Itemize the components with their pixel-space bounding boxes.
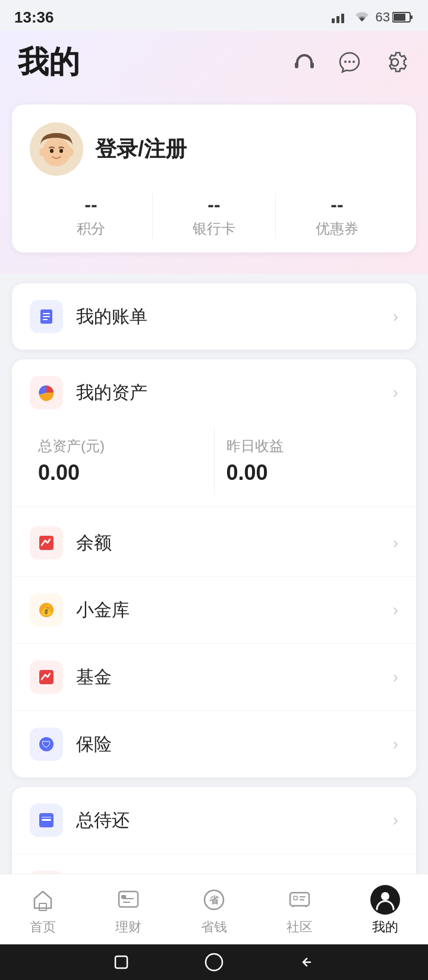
svg-point-14 [68,148,74,156]
login-register-button[interactable]: 登录/注册 [95,135,187,164]
save-label: 省钱 [201,918,227,936]
nav-profile[interactable]: 我的 [342,874,428,944]
avatar[interactable] [30,122,83,176]
profile-top: 登录/注册 [30,122,398,176]
stat-points[interactable]: -- 积分 [30,194,152,238]
yesterday-profit-value: 0.00 [226,460,391,485]
asset-section: 我的资产 › 总资产(元) 0.00 昨日收益 0.00 余额 › [12,359,416,777]
home-label: 首页 [30,918,56,936]
points-value: -- [84,194,97,216]
asset-header[interactable]: 我的资产 › [12,359,416,421]
svg-rect-51 [115,956,127,968]
home-icon [28,885,58,915]
yesterday-profit-label: 昨日收益 [226,437,391,456]
profile-label: 我的 [372,918,398,936]
chat-button[interactable] [334,47,365,78]
svg-rect-20 [43,319,48,320]
signal-icon [332,11,348,23]
svg-point-8 [344,61,347,63]
repay-menu-item[interactable]: 总待还 › [12,787,416,853]
nav-save[interactable]: 省 省钱 [171,874,257,944]
svg-text:💰: 💰 [40,605,52,616]
header-actions [289,47,410,78]
insurance-menu-item[interactable]: 🛡 保险 › [12,710,416,777]
bottom-nav: 首页 理财 省 省钱 [0,874,428,944]
vault-label: 小金库 [76,598,393,622]
svg-point-10 [353,61,355,63]
android-nav-bar [0,944,428,980]
fund-menu-item[interactable]: 基金 › [12,643,416,710]
repay-label: 总待还 [76,808,393,833]
balance-arrow: › [393,533,398,552]
svg-point-12 [42,138,71,166]
svg-point-16 [59,149,63,153]
svg-rect-25 [39,670,54,684]
fund-arrow: › [393,668,398,687]
settings-button[interactable] [379,47,410,78]
android-back-btn[interactable] [296,951,317,973]
profile-card[interactable]: 登录/注册 -- 积分 -- 银行卡 -- 优惠券 [12,105,416,252]
profile-stats: -- 积分 -- 银行卡 -- 优惠券 [30,194,398,238]
vault-arrow: › [393,600,398,619]
battery-display: 63 [376,10,414,25]
time-display: 13:36 [14,8,54,27]
svg-point-52 [206,954,222,970]
svg-point-13 [39,148,45,156]
android-circle-btn[interactable] [203,951,225,973]
insurance-icon: 🛡 [30,728,63,761]
save-icon: 省 [199,885,229,915]
status-bar: 13:36 63 [0,0,428,31]
svg-text:省: 省 [209,895,219,905]
svg-rect-22 [39,536,54,550]
svg-rect-18 [43,313,50,314]
total-assets: 总资产(元) 0.00 [26,427,214,495]
svg-rect-0 [332,18,335,23]
svg-point-15 [50,149,54,153]
finance-icon [114,885,143,915]
yesterday-profit: 昨日收益 0.00 [214,427,402,495]
total-assets-label: 总资产(元) [38,437,202,456]
community-label: 社区 [287,918,313,936]
page-title: 我的 [18,42,80,83]
insurance-label: 保险 [76,732,393,757]
nav-finance[interactable]: 理财 [86,874,171,944]
svg-rect-29 [42,819,51,821]
bill-label: 我的账单 [76,305,393,329]
nav-community[interactable]: 社区 [257,874,342,944]
coupon-label: 优惠券 [316,219,358,238]
page-header: 我的 [0,31,428,95]
fund-icon [30,660,63,694]
community-icon [285,885,314,915]
svg-rect-7 [310,62,314,68]
svg-rect-49 [300,899,304,900]
bill-arrow: › [393,307,398,326]
svg-rect-4 [394,14,405,21]
headphone-button[interactable] [289,47,320,78]
bill-section: 我的账单 › [12,283,416,350]
points-label: 积分 [77,219,105,238]
asset-stats: 总资产(元) 0.00 昨日收益 0.00 [12,421,416,507]
svg-rect-30 [42,817,51,818]
svg-rect-5 [410,15,413,19]
asset-arrow: › [393,383,398,402]
bill-menu-item[interactable]: 我的账单 › [12,283,416,350]
svg-rect-2 [341,14,344,23]
finance-label: 理财 [115,918,141,936]
repay-arrow: › [393,811,398,830]
svg-rect-1 [336,16,339,23]
bankcard-value: -- [207,194,220,216]
svg-rect-41 [39,903,46,911]
coupon-value: -- [331,194,343,216]
svg-rect-46 [290,893,309,906]
vault-menu-item[interactable]: 💰 小金库 › [12,576,416,643]
svg-rect-48 [300,896,306,897]
nav-home[interactable]: 首页 [0,874,86,944]
stat-coupon[interactable]: -- 优惠券 [275,194,398,238]
android-square-btn[interactable] [111,951,132,973]
balance-icon [30,526,63,559]
balance-menu-item[interactable]: 余额 › [12,510,416,576]
stat-bankcard[interactable]: -- 银行卡 [152,194,275,238]
svg-rect-43 [121,895,126,899]
status-icons: 63 [332,10,414,25]
svg-point-50 [381,892,389,900]
